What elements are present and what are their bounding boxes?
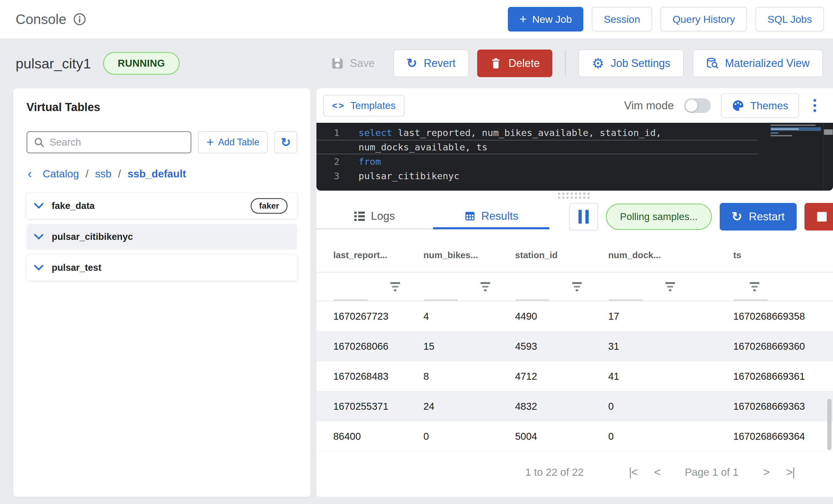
code-line-1: 1select last_reported, num_bikes_availab… (316, 125, 758, 140)
gear-icon: ⚙ (592, 56, 604, 70)
tabs: Logs Results (316, 204, 549, 229)
next-page-icon[interactable]: > (760, 466, 772, 479)
table-cell: 4490 (515, 311, 608, 322)
breadcrumb-ssb[interactable]: ssb (95, 168, 111, 180)
tab-results[interactable]: Results (433, 204, 550, 228)
column-header-num_dock[interactable]: num_dock... (608, 250, 733, 260)
revert-button[interactable]: ↻ Revert (394, 50, 469, 77)
code-line-2: num_docks_available, ts (316, 140, 758, 154)
tab-logs-label: Logs (371, 210, 395, 222)
column-header-num_bikes[interactable]: num_bikes... (423, 250, 515, 260)
table-item-pulsar_citibikenyc[interactable]: pulsar_citibikenyc (26, 224, 297, 250)
results-table: last_report...num_bikes...station_idnum_… (316, 238, 833, 451)
table-cell: 1670268669360 (733, 341, 833, 352)
results-scrollbar-thumb[interactable] (827, 399, 832, 450)
last-page-icon[interactable]: >| (783, 466, 798, 479)
add-table-button[interactable]: + Add Table (198, 131, 268, 153)
breadcrumb-back-icon[interactable]: ‹ (28, 167, 32, 181)
table-row: 167025537124483201670268669363 (316, 392, 833, 422)
filter-icon[interactable] (480, 282, 490, 291)
table-cell: 4 (423, 311, 515, 322)
query-history-button[interactable]: Query History (661, 7, 747, 31)
editor-minimap[interactable] (770, 125, 821, 138)
column-header-station_id[interactable]: station_id (515, 250, 608, 260)
logs-list-icon (354, 211, 365, 221)
resize-handle[interactable] (558, 193, 591, 199)
themes-button[interactable]: Themes (721, 93, 799, 118)
table-cell: 41 (608, 371, 733, 382)
breadcrumb-separator: / (118, 168, 121, 180)
restart-icon: ↻ (732, 210, 742, 223)
plus-icon: + (519, 13, 527, 26)
sql-editor-panel: <> Templates Vim mode (316, 88, 833, 497)
kebab-menu-icon[interactable] (809, 96, 820, 115)
pagination: 1 to 22 of 22 |< < Page 1 of 1 > >| (316, 459, 833, 486)
pagination-range: 1 to 22 of 22 (525, 466, 584, 478)
filter-cell (733, 273, 833, 301)
editor-scrollbar-thumb[interactable] (824, 129, 833, 135)
templates-button[interactable]: <> Templates (323, 95, 404, 117)
breadcrumb-ssb-default[interactable]: ssb_default (128, 168, 186, 180)
filter-cell (423, 273, 515, 301)
table-cell: 1670267723 (333, 311, 423, 322)
pause-sampling-button[interactable] (569, 203, 598, 230)
first-page-icon[interactable]: |< (626, 466, 640, 479)
filter-icon[interactable] (572, 282, 582, 291)
vim-mode-toggle[interactable] (684, 98, 711, 113)
stop-icon (817, 212, 827, 222)
table-cell: 1670268669358 (733, 311, 833, 322)
job-settings-button[interactable]: ⚙ Job Settings (578, 50, 683, 77)
search-icon (33, 136, 45, 148)
table-item-fake_data[interactable]: fake_datafaker (26, 193, 297, 219)
table-cell: 86400 (333, 431, 423, 442)
table-name: fake_data (52, 201, 95, 211)
table-row: 864000500401670268669364 (316, 422, 833, 451)
chevron-down-icon[interactable] (34, 233, 44, 240)
save-button[interactable]: Save (331, 57, 375, 70)
new-job-button[interactable]: + New Job (508, 7, 583, 31)
filter-cell (333, 273, 423, 301)
save-icon (331, 57, 344, 70)
results-grid-icon (464, 210, 475, 222)
chevron-down-icon[interactable] (34, 203, 44, 209)
stop-button[interactable]: Stop (805, 203, 833, 230)
materialized-view-button[interactable]: Materialized View (693, 50, 823, 77)
filter-icon[interactable] (390, 282, 400, 291)
breadcrumb-separator: / (86, 168, 89, 180)
sql-jobs-button[interactable]: SQL Jobs (756, 7, 824, 31)
table-cell: 1670268483 (333, 371, 423, 382)
editor-scrollbar[interactable] (824, 123, 833, 191)
plus-icon: + (207, 136, 214, 149)
info-icon[interactable] (73, 12, 86, 26)
query-history-label: Query History (672, 14, 735, 25)
refresh-tables-button[interactable]: ↻ (275, 131, 297, 153)
filter-cell (515, 273, 608, 301)
job-settings-label: Job Settings (611, 57, 670, 70)
restart-button[interactable]: ↻ Restart (720, 203, 796, 230)
chevron-down-icon[interactable] (34, 264, 44, 271)
page-label: Page 1 of 1 (685, 466, 739, 478)
filter-icon[interactable] (665, 282, 675, 291)
session-button[interactable]: Session (592, 7, 652, 31)
table-cell: 1670268066 (333, 341, 423, 352)
results-table-filters (316, 273, 833, 301)
filter-icon[interactable] (750, 282, 759, 291)
column-header-ts[interactable]: ts (733, 250, 833, 260)
job-bar: pulsar_city1 RUNNING Save ↻ Revert (0, 39, 833, 88)
results-tabs-row: Logs Results (316, 203, 833, 230)
table-cell: 0 (423, 431, 515, 442)
table-row: 167026848384712411670268669361 (316, 361, 833, 392)
sql-code-editor[interactable]: 1select last_reported, num_bikes_availab… (316, 123, 833, 191)
search-input[interactable] (50, 136, 185, 148)
delete-button[interactable]: Delete (477, 50, 552, 77)
trash-icon (490, 57, 502, 69)
column-header-last_report[interactable]: last_report... (333, 250, 423, 260)
virtual-tables-list: fake_datafakerpulsar_citibikenycpulsar_t… (26, 193, 297, 281)
table-row: 1670268066154593311670268669360 (316, 331, 833, 361)
tab-logs[interactable]: Logs (316, 204, 433, 228)
polling-label: Polling samples... (620, 211, 698, 222)
table-item-pulsar_test[interactable]: pulsar_test (26, 255, 297, 281)
prev-page-icon[interactable]: < (651, 466, 663, 479)
table-cell: 1670268669364 (733, 431, 833, 442)
breadcrumb-catalog[interactable]: Catalog (43, 168, 79, 180)
